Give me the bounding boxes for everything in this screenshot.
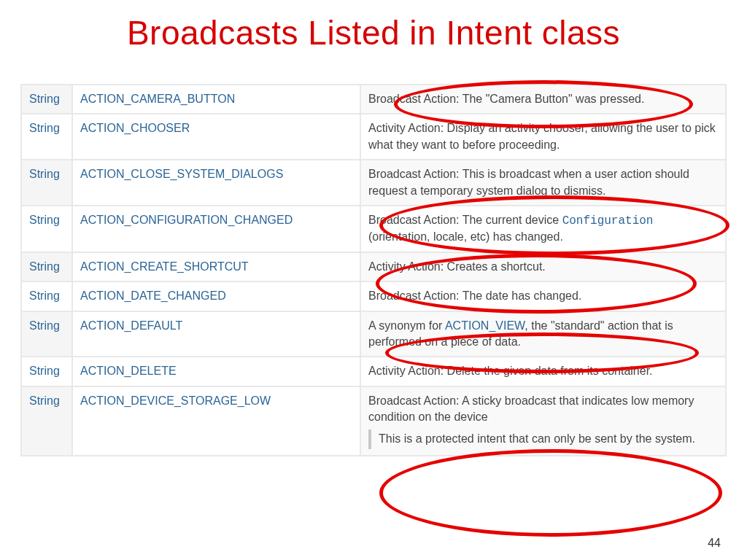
intent-table-wrap: String ACTION_CAMERA_BUTTON Broadcast Ac… (20, 84, 727, 456)
desc-cell: Activity Action: Display an activity cho… (360, 114, 726, 160)
type-cell[interactable]: String (21, 85, 72, 114)
type-cell[interactable]: String (21, 206, 72, 252)
table-row: String ACTION_DELETE Activity Action: De… (21, 357, 726, 386)
const-cell[interactable]: ACTION_DEVICE_STORAGE_LOW (72, 386, 360, 456)
type-cell[interactable]: String (21, 311, 72, 357)
desc-text: Broadcast Action: A sticky broadcast tha… (368, 394, 694, 423)
desc-cell: Broadcast Action: This is broadcast when… (360, 160, 726, 206)
highlight-ellipse (379, 449, 722, 537)
type-cell[interactable]: String (21, 281, 72, 311)
desc-pre: Broadcast Action: The current device (368, 214, 562, 226)
desc-cell: Activity Action: Creates a shortcut. (360, 252, 726, 281)
table-row: String ACTION_CONFIGURATION_CHANGED Broa… (21, 206, 726, 252)
type-cell[interactable]: String (21, 386, 72, 456)
const-cell[interactable]: ACTION_DEFAULT (72, 311, 360, 357)
desc-cell: Broadcast Action: The date has changed. (360, 281, 726, 311)
const-cell[interactable]: ACTION_CHOOSER (72, 114, 360, 160)
page-number: 44 (708, 537, 721, 550)
table-row: String ACTION_DATE_CHANGED Broadcast Act… (21, 281, 726, 311)
desc-cell: Broadcast Action: A sticky broadcast tha… (360, 386, 726, 456)
const-cell[interactable]: ACTION_DELETE (72, 357, 360, 386)
desc-cell: Activity Action: Delete the given data f… (360, 357, 726, 386)
table-row: String ACTION_CHOOSER Activity Action: D… (21, 114, 726, 160)
const-cell[interactable]: ACTION_DATE_CHANGED (72, 281, 360, 311)
const-cell[interactable]: ACTION_CLOSE_SYSTEM_DIALOGS (72, 160, 360, 206)
table-row: String ACTION_CAMERA_BUTTON Broadcast Ac… (21, 85, 726, 114)
type-cell[interactable]: String (21, 160, 72, 206)
desc-post: (orientation, locale, etc) has changed. (368, 230, 563, 243)
type-cell[interactable]: String (21, 357, 72, 386)
protected-note: This is a protected intent that can only… (368, 429, 718, 448)
type-cell[interactable]: String (21, 252, 72, 281)
const-cell[interactable]: ACTION_CREATE_SHORTCUT (72, 252, 360, 281)
table-row: String ACTION_CLOSE_SYSTEM_DIALOGS Broad… (21, 160, 726, 206)
desc-pre: A synonym for (368, 319, 445, 332)
action-view-link[interactable]: ACTION_VIEW (445, 319, 525, 332)
table-row: String ACTION_DEVICE_STORAGE_LOW Broadca… (21, 386, 726, 456)
intent-table: String ACTION_CAMERA_BUTTON Broadcast Ac… (20, 84, 727, 456)
slide-title: Broadcasts Listed in Intent class (0, 13, 747, 52)
table-row: String ACTION_CREATE_SHORTCUT Activity A… (21, 252, 726, 281)
table-row: String ACTION_DEFAULT A synonym for ACTI… (21, 311, 726, 357)
const-cell[interactable]: ACTION_CAMERA_BUTTON (72, 85, 360, 114)
desc-cell: Broadcast Action: The current device Con… (360, 206, 726, 252)
desc-cell: Broadcast Action: The "Camera Button" wa… (360, 85, 726, 114)
configuration-link[interactable]: Configuration (562, 214, 654, 228)
const-cell[interactable]: ACTION_CONFIGURATION_CHANGED (72, 206, 360, 252)
type-cell[interactable]: String (21, 114, 72, 160)
desc-cell: A synonym for ACTION_VIEW, the "standard… (360, 311, 726, 357)
